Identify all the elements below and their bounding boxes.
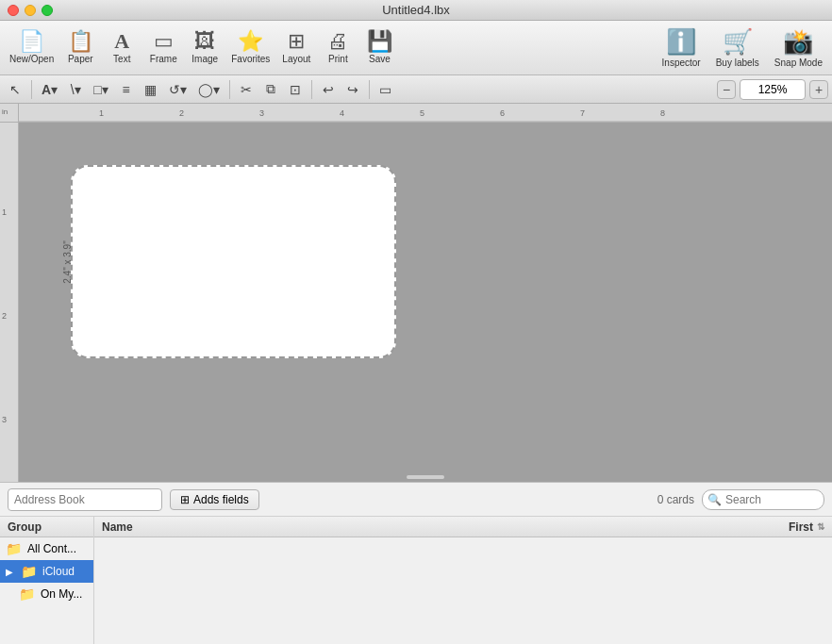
align-tool[interactable]: ≡	[115, 78, 138, 101]
favorites-label: Favorites	[231, 54, 270, 64]
print-label: Print	[328, 54, 348, 64]
frame-icon: ▭	[154, 31, 174, 52]
frame-label: Frame	[150, 54, 177, 64]
ruler-top: // This won't run in SVG context, handle…	[19, 104, 832, 123]
ruler-mark-6: 6	[500, 108, 505, 118]
maximize-button[interactable]	[42, 5, 53, 16]
contacts-header: Name First ⇅	[94, 517, 832, 537]
window-controls	[8, 5, 53, 16]
redo-button[interactable]: ↪	[341, 78, 364, 101]
paste-button[interactable]: ⊡	[284, 78, 307, 101]
line-tool[interactable]: \▾	[64, 78, 87, 101]
buy-labels-button[interactable]: 🛒 Buy labels	[710, 24, 765, 72]
contact-empty-5	[94, 628, 832, 644]
bottom-panel: ⊞ Adds fields 0 cards 🔍 Group 📁 All Cont…	[0, 482, 832, 644]
inspector-label: Inspector	[662, 58, 701, 68]
snap-mode-icon: 📸	[783, 27, 813, 57]
contact-empty-3	[94, 583, 832, 605]
stamp-tool[interactable]: ◯▾	[193, 78, 225, 101]
scroll-indicator	[407, 475, 444, 479]
label-dimension: 2.4" x 3.9"	[62, 240, 73, 283]
label-card[interactable]: 2.4" x 3.9"	[71, 165, 396, 358]
adds-fields-button[interactable]: ⊞ Adds fields	[170, 489, 259, 510]
favorites-button[interactable]: ⭐ Favorites	[225, 27, 275, 68]
shape-tool[interactable]: □▾	[89, 78, 112, 101]
search-wrapper: 🔍	[702, 489, 824, 510]
text-label: Text	[113, 54, 130, 64]
new-open-label: New/Open	[9, 54, 54, 64]
new-open-button[interactable]: 📄 New/Open	[4, 27, 59, 68]
ruler-mark-4: 4	[340, 108, 344, 118]
address-book-input[interactable]	[8, 488, 162, 511]
image-button[interactable]: 🖼 Image	[184, 27, 225, 68]
save-button[interactable]: 💾 Save	[358, 27, 400, 68]
name-header-label: Name	[102, 520, 133, 534]
ruler-mark-7: 7	[580, 108, 585, 118]
group-header: Group	[0, 517, 93, 537]
on-my-icon: 📁	[19, 586, 35, 602]
save-icon: 💾	[367, 31, 392, 52]
scroll-canvas[interactable]: 2.4" x 3.9"	[19, 123, 832, 483]
separator-1	[31, 80, 32, 99]
ruler-unit: in	[0, 107, 8, 116]
window-title: Untitled4.lbx	[382, 3, 450, 17]
barcode-tool[interactable]: ▦	[140, 78, 162, 101]
zoom-in-button[interactable]: +	[809, 80, 828, 99]
sort-icon[interactable]: ⇅	[817, 521, 824, 532]
icloud-icon: 📁	[21, 564, 37, 579]
ruler-mark-8: 8	[660, 108, 665, 118]
canvas-inner: 2.4" x 3.9"	[19, 123, 832, 453]
undo-button[interactable]: ↩	[317, 78, 340, 101]
paper-icon: 📋	[68, 31, 93, 52]
zoom-input[interactable]	[740, 79, 806, 100]
text-tool[interactable]: A▾	[37, 78, 62, 101]
group-column: Group 📁 All Cont... ▶ 📁 iCloud 📁 On My..…	[0, 517, 94, 644]
ruler-left-mark-2: 2	[2, 311, 7, 321]
icloud-row[interactable]: ▶ 📁 iCloud	[0, 560, 93, 583]
paper-button[interactable]: 📋 Paper	[59, 27, 101, 68]
text-button[interactable]: A Text	[101, 27, 142, 68]
snap-mode-button[interactable]: 📸 Snap Mode	[769, 24, 828, 72]
empty-row-2	[0, 628, 93, 644]
print-button[interactable]: 🖨 Print	[317, 27, 358, 68]
favorites-icon: ⭐	[238, 31, 263, 52]
image-icon: 🖼	[194, 31, 215, 52]
ruler-left-mark-1: 1	[2, 207, 7, 217]
zoom-out-button[interactable]: −	[717, 80, 736, 99]
text-icon: A	[114, 31, 129, 52]
inspector-button[interactable]: ℹ️ Inspector	[657, 24, 707, 72]
on-my-row[interactable]: 📁 On My...	[0, 583, 93, 605]
print-icon: 🖨	[327, 31, 348, 52]
ruler-left: 1 2 3	[0, 123, 19, 483]
first-header-label: First	[789, 520, 813, 534]
contacts-table: Group 📁 All Cont... ▶ 📁 iCloud 📁 On My..…	[0, 517, 832, 644]
contact-empty-4	[94, 605, 832, 628]
layout-label: Layout	[282, 54, 310, 64]
main-toolbar-right: ℹ️ Inspector 🛒 Buy labels 📸 Snap Mode	[657, 24, 828, 72]
insert-field-button[interactable]: ▭	[374, 78, 397, 101]
new-open-icon: 📄	[19, 31, 44, 52]
cut-button[interactable]: ✂	[235, 78, 258, 101]
pointer-tool[interactable]: ↖	[4, 78, 26, 101]
close-button[interactable]	[8, 5, 19, 16]
adds-fields-icon: ⊞	[180, 493, 190, 506]
on-my-label: On My...	[41, 587, 82, 601]
ruler-mark-1: 1	[99, 108, 104, 118]
main-toolbar-left: 📄 New/Open 📋 Paper A Text ▭ Frame 🖼 Imag…	[4, 27, 400, 68]
ruler-mark-3: 3	[259, 108, 264, 118]
all-contacts-row[interactable]: 📁 All Cont...	[0, 537, 93, 560]
minimize-button[interactable]	[25, 5, 36, 16]
save-label: Save	[369, 54, 391, 64]
image-label: Image	[191, 54, 218, 64]
title-bar: Untitled4.lbx	[0, 0, 832, 21]
copy-button[interactable]: ⧉	[259, 78, 282, 101]
buy-labels-label: Buy labels	[716, 58, 759, 68]
rotate-tool[interactable]: ↺▾	[164, 78, 191, 101]
ruler-left-mark-3: 3	[2, 415, 7, 424]
bottom-toolbar: ⊞ Adds fields 0 cards 🔍	[0, 483, 832, 517]
frame-button[interactable]: ▭ Frame	[142, 27, 184, 68]
ruler-corner: in	[0, 104, 19, 123]
icloud-expand-arrow: ▶	[6, 567, 13, 577]
label-x: x	[62, 256, 73, 264]
layout-button[interactable]: ⊞ Layout	[275, 27, 317, 68]
